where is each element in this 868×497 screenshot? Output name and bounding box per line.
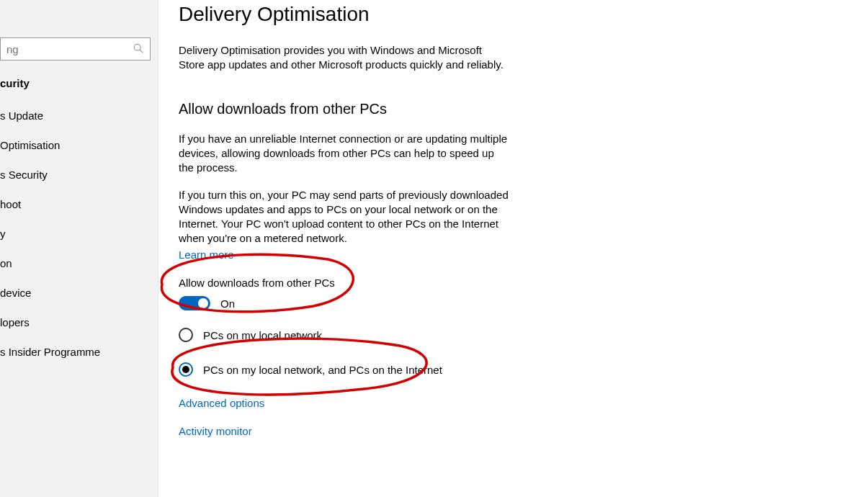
svg-line-1 — [140, 50, 143, 53]
settings-sidebar: curity s Update Optimisation s Security … — [0, 0, 158, 497]
toggle-state-label: On — [220, 297, 235, 310]
sidebar-item-troubleshoot[interactable]: hoot — [0, 189, 158, 219]
sidebar-item-insider-programme[interactable]: s Insider Programme — [0, 337, 158, 367]
radio-local-label: PCs on my local network — [203, 329, 322, 341]
svg-point-0 — [134, 44, 140, 50]
radio-internet-label: PCs on my local network, and PCs on the … — [203, 364, 442, 376]
sidebar-item-recovery[interactable]: y — [0, 219, 158, 248]
allow-downloads-header: Allow downloads from other PCs — [179, 101, 510, 117]
sidebar-item-developers[interactable]: lopers — [0, 308, 158, 337]
sidebar-item-activation[interactable]: on — [0, 248, 158, 278]
allow-downloads-toggle[interactable] — [179, 296, 210, 310]
sidebar-item-find-my-device[interactable]: device — [0, 278, 158, 308]
page-title: Delivery Optimisation — [179, 0, 868, 26]
radio-icon — [179, 362, 193, 377]
allow-downloads-para-2: If you turn this on, your PC may send pa… — [179, 188, 510, 246]
toggle-label: Allow downloads from other PCs — [179, 277, 510, 289]
sidebar-item-delivery-optimisation[interactable]: Optimisation — [0, 130, 158, 160]
activity-monitor-link[interactable]: Activity monitor — [179, 425, 510, 437]
advanced-options-link[interactable]: Advanced options — [179, 397, 510, 409]
sidebar-item-security[interactable]: s Security — [0, 160, 158, 189]
learn-more-link[interactable]: Learn more — [179, 248, 234, 261]
intro-text: Delivery Optimisation provides you with … — [179, 43, 510, 72]
settings-main: Delivery Optimisation Delivery Optimisat… — [158, 0, 868, 497]
radio-local-network[interactable]: PCs on my local network — [179, 328, 510, 342]
sidebar-item-update[interactable]: s Update — [0, 101, 158, 130]
search-input[interactable] — [0, 37, 151, 61]
radio-icon — [179, 328, 193, 342]
allow-downloads-para-1: If you have an unreliable Internet conne… — [179, 132, 510, 175]
sidebar-search — [0, 37, 151, 61]
search-icon — [133, 43, 143, 53]
radio-internet[interactable]: PCs on my local network, and PCs on the … — [179, 362, 510, 377]
sidebar-section-header: curity — [0, 71, 158, 101]
toggle-knob-icon — [198, 298, 208, 308]
